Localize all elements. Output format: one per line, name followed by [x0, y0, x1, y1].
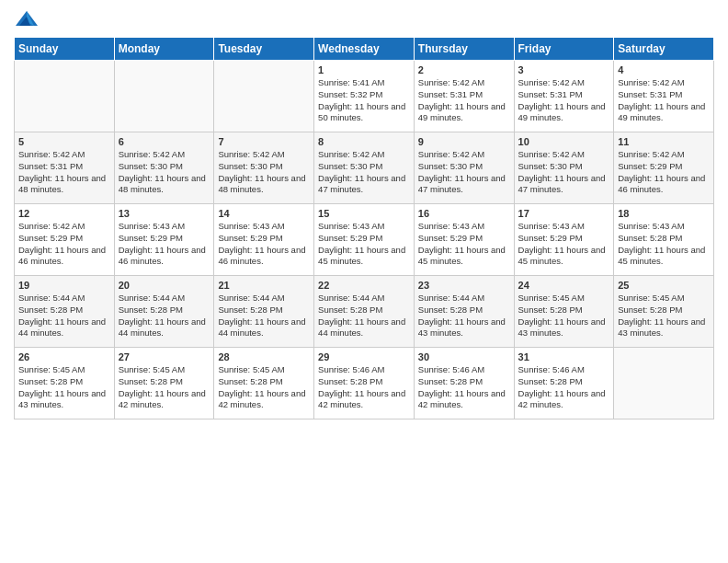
day-number: 1 — [318, 64, 410, 75]
day-info: Sunrise: 5:42 AMSunset: 5:30 PMDaylight:… — [518, 149, 610, 196]
day-number: 30 — [418, 351, 510, 362]
calendar-cell: 7Sunrise: 5:42 AMSunset: 5:30 PMDaylight… — [214, 132, 314, 204]
calendar-cell: 11Sunrise: 5:42 AMSunset: 5:29 PMDayligh… — [614, 132, 714, 204]
day-info: Sunrise: 5:43 AMSunset: 5:29 PMDaylight:… — [518, 221, 610, 268]
day-number: 19 — [18, 280, 110, 291]
day-number: 17 — [518, 208, 610, 219]
day-number: 13 — [119, 208, 210, 219]
calendar-cell: 4Sunrise: 5:42 AMSunset: 5:31 PMDaylight… — [614, 61, 714, 132]
col-header-monday: Monday — [114, 38, 214, 61]
header — [14, 9, 714, 29]
day-number: 22 — [318, 280, 410, 291]
calendar-cell: 27Sunrise: 5:45 AMSunset: 5:28 PMDayligh… — [114, 348, 214, 419]
calendar-cell: 5Sunrise: 5:42 AMSunset: 5:31 PMDaylight… — [15, 132, 115, 204]
col-header-saturday: Saturday — [614, 38, 714, 61]
day-info: Sunrise: 5:42 AMSunset: 5:31 PMDaylight:… — [518, 77, 610, 124]
calendar-cell: 12Sunrise: 5:42 AMSunset: 5:29 PMDayligh… — [15, 204, 115, 276]
calendar-cell: 28Sunrise: 5:45 AMSunset: 5:28 PMDayligh… — [214, 348, 314, 419]
day-info: Sunrise: 5:43 AMSunset: 5:29 PMDaylight:… — [218, 221, 310, 268]
day-info: Sunrise: 5:43 AMSunset: 5:29 PMDaylight:… — [119, 221, 210, 268]
calendar-cell — [214, 61, 314, 132]
day-number: 15 — [318, 208, 410, 219]
calendar-cell: 24Sunrise: 5:45 AMSunset: 5:28 PMDayligh… — [514, 276, 614, 348]
day-info: Sunrise: 5:43 AMSunset: 5:29 PMDaylight:… — [418, 221, 510, 268]
day-info: Sunrise: 5:42 AMSunset: 5:29 PMDaylight:… — [18, 221, 110, 268]
day-info: Sunrise: 5:42 AMSunset: 5:30 PMDaylight:… — [318, 149, 410, 196]
day-number: 14 — [218, 208, 310, 219]
calendar-cell: 2Sunrise: 5:42 AMSunset: 5:31 PMDaylight… — [414, 61, 514, 132]
calendar-cell: 14Sunrise: 5:43 AMSunset: 5:29 PMDayligh… — [214, 204, 314, 276]
day-info: Sunrise: 5:42 AMSunset: 5:30 PMDaylight:… — [119, 149, 210, 196]
day-number: 8 — [318, 136, 410, 147]
calendar-cell: 13Sunrise: 5:43 AMSunset: 5:29 PMDayligh… — [114, 204, 214, 276]
day-info: Sunrise: 5:44 AMSunset: 5:28 PMDaylight:… — [119, 293, 210, 339]
calendar-cell: 3Sunrise: 5:42 AMSunset: 5:31 PMDaylight… — [514, 61, 614, 132]
day-info: Sunrise: 5:45 AMSunset: 5:28 PMDaylight:… — [18, 364, 110, 411]
calendar-cell: 29Sunrise: 5:46 AMSunset: 5:28 PMDayligh… — [314, 348, 415, 419]
calendar-cell — [15, 61, 115, 132]
day-info: Sunrise: 5:44 AMSunset: 5:28 PMDaylight:… — [18, 293, 110, 339]
calendar-cell — [614, 348, 714, 419]
calendar-cell: 20Sunrise: 5:44 AMSunset: 5:28 PMDayligh… — [114, 276, 214, 348]
calendar-cell: 25Sunrise: 5:45 AMSunset: 5:28 PMDayligh… — [614, 276, 714, 348]
col-header-friday: Friday — [514, 38, 614, 61]
calendar-cell: 30Sunrise: 5:46 AMSunset: 5:28 PMDayligh… — [414, 348, 514, 419]
day-info: Sunrise: 5:42 AMSunset: 5:31 PMDaylight:… — [618, 77, 710, 124]
day-number: 24 — [518, 280, 610, 291]
day-number: 12 — [18, 208, 110, 219]
day-info: Sunrise: 5:46 AMSunset: 5:28 PMDaylight:… — [318, 364, 410, 411]
day-info: Sunrise: 5:45 AMSunset: 5:28 PMDaylight:… — [518, 293, 610, 339]
day-info: Sunrise: 5:43 AMSunset: 5:28 PMDaylight:… — [618, 221, 710, 268]
day-info: Sunrise: 5:42 AMSunset: 5:29 PMDaylight:… — [618, 149, 710, 196]
day-number: 20 — [119, 280, 210, 291]
calendar-cell: 21Sunrise: 5:44 AMSunset: 5:28 PMDayligh… — [214, 276, 314, 348]
day-info: Sunrise: 5:42 AMSunset: 5:31 PMDaylight:… — [18, 149, 110, 196]
day-info: Sunrise: 5:45 AMSunset: 5:28 PMDaylight:… — [618, 293, 710, 339]
day-info: Sunrise: 5:45 AMSunset: 5:28 PMDaylight:… — [218, 364, 310, 411]
day-number: 18 — [618, 208, 710, 219]
calendar-cell: 15Sunrise: 5:43 AMSunset: 5:29 PMDayligh… — [314, 204, 415, 276]
day-number: 3 — [518, 64, 610, 75]
day-info: Sunrise: 5:42 AMSunset: 5:30 PMDaylight:… — [218, 149, 310, 196]
calendar-table: SundayMondayTuesdayWednesdayThursdayFrid… — [14, 37, 714, 419]
calendar-cell: 22Sunrise: 5:44 AMSunset: 5:28 PMDayligh… — [314, 276, 415, 348]
day-info: Sunrise: 5:45 AMSunset: 5:28 PMDaylight:… — [119, 364, 210, 411]
day-number: 27 — [119, 351, 210, 362]
day-info: Sunrise: 5:46 AMSunset: 5:28 PMDaylight:… — [418, 364, 510, 411]
page: SundayMondayTuesdayWednesdayThursdayFrid… — [0, 0, 728, 563]
calendar-cell: 18Sunrise: 5:43 AMSunset: 5:28 PMDayligh… — [614, 204, 714, 276]
day-number: 23 — [418, 280, 510, 291]
day-number: 11 — [618, 136, 710, 147]
day-number: 16 — [418, 208, 510, 219]
calendar-cell: 17Sunrise: 5:43 AMSunset: 5:29 PMDayligh… — [514, 204, 614, 276]
day-info: Sunrise: 5:46 AMSunset: 5:28 PMDaylight:… — [518, 364, 610, 411]
day-info: Sunrise: 5:44 AMSunset: 5:28 PMDaylight:… — [318, 293, 410, 339]
day-number: 9 — [418, 136, 510, 147]
day-number: 2 — [418, 64, 510, 75]
calendar-cell: 19Sunrise: 5:44 AMSunset: 5:28 PMDayligh… — [15, 276, 115, 348]
calendar-cell: 16Sunrise: 5:43 AMSunset: 5:29 PMDayligh… — [414, 204, 514, 276]
day-number: 4 — [618, 64, 710, 75]
day-number: 21 — [218, 280, 310, 291]
day-number: 5 — [18, 136, 110, 147]
col-header-sunday: Sunday — [15, 38, 115, 61]
calendar-cell: 10Sunrise: 5:42 AMSunset: 5:30 PMDayligh… — [514, 132, 614, 204]
calendar-cell — [114, 61, 214, 132]
calendar-cell: 9Sunrise: 5:42 AMSunset: 5:30 PMDaylight… — [414, 132, 514, 204]
calendar-cell: 26Sunrise: 5:45 AMSunset: 5:28 PMDayligh… — [15, 348, 115, 419]
day-number: 25 — [618, 280, 710, 291]
logo-icon — [14, 9, 40, 29]
col-header-tuesday: Tuesday — [214, 38, 314, 61]
calendar-cell: 8Sunrise: 5:42 AMSunset: 5:30 PMDaylight… — [314, 132, 415, 204]
col-header-wednesday: Wednesday — [314, 38, 415, 61]
day-number: 10 — [518, 136, 610, 147]
day-info: Sunrise: 5:41 AMSunset: 5:32 PMDaylight:… — [318, 77, 410, 124]
day-number: 26 — [18, 351, 110, 362]
day-number: 7 — [218, 136, 310, 147]
calendar-cell: 6Sunrise: 5:42 AMSunset: 5:30 PMDaylight… — [114, 132, 214, 204]
col-header-thursday: Thursday — [414, 38, 514, 61]
day-number: 6 — [119, 136, 210, 147]
day-number: 29 — [318, 351, 410, 362]
day-info: Sunrise: 5:44 AMSunset: 5:28 PMDaylight:… — [218, 293, 310, 339]
day-info: Sunrise: 5:44 AMSunset: 5:28 PMDaylight:… — [418, 293, 510, 339]
